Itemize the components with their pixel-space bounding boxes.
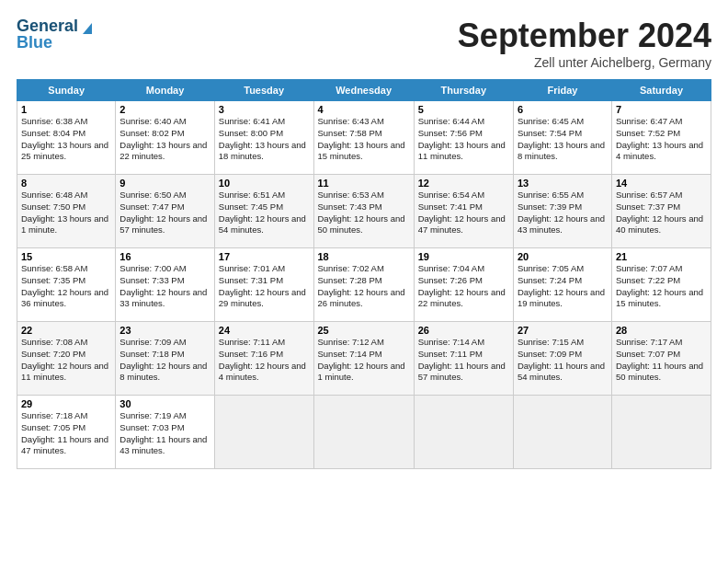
cell-info: Sunrise: 6:44 AMSunset: 7:56 PMDaylight:… xyxy=(418,116,506,161)
calendar-page: General Blue September 2024 Zell unter A… xyxy=(0,0,728,478)
calendar-cell: 19 Sunrise: 7:04 AMSunset: 7:26 PMDaylig… xyxy=(414,248,513,322)
cell-info: Sunrise: 7:05 AMSunset: 7:24 PMDaylight:… xyxy=(518,263,605,308)
calendar-cell: 1 Sunrise: 6:38 AMSunset: 8:04 PMDayligh… xyxy=(17,101,116,175)
month-title: September 2024 xyxy=(458,17,711,55)
cell-info: Sunrise: 6:54 AMSunset: 7:41 PMDaylight:… xyxy=(418,190,506,235)
cell-info: Sunrise: 6:55 AMSunset: 7:39 PMDaylight:… xyxy=(518,190,605,235)
cell-info: Sunrise: 7:09 AMSunset: 7:18 PMDaylight:… xyxy=(119,337,207,382)
cell-info: Sunrise: 7:11 AMSunset: 7:16 PMDaylight:… xyxy=(219,337,306,382)
day-number: 25 xyxy=(318,325,410,336)
cell-info: Sunrise: 6:38 AMSunset: 8:04 PMDaylight:… xyxy=(21,116,108,161)
calendar-cell: 9 Sunrise: 6:50 AMSunset: 7:47 PMDayligh… xyxy=(116,175,214,248)
cell-info: Sunrise: 6:45 AMSunset: 7:54 PMDaylight:… xyxy=(518,116,605,161)
day-number: 7 xyxy=(616,104,707,115)
calendar-cell: 26 Sunrise: 7:14 AMSunset: 7:11 PMDaylig… xyxy=(414,322,513,396)
day-number: 10 xyxy=(219,178,310,189)
calendar-cell: 30 Sunrise: 7:19 AMSunset: 7:03 PMDaylig… xyxy=(116,396,214,469)
day-header-tuesday: Tuesday xyxy=(214,80,313,101)
calendar-table: SundayMondayTuesdayWednesdayThursdayFrid… xyxy=(17,79,711,469)
calendar-cell: 4 Sunrise: 6:43 AMSunset: 7:58 PMDayligh… xyxy=(313,101,414,175)
day-number: 16 xyxy=(119,251,210,262)
day-header-friday: Friday xyxy=(513,80,611,101)
day-number: 8 xyxy=(21,178,111,189)
day-header-saturday: Saturday xyxy=(611,80,711,101)
calendar-cell: 29 Sunrise: 7:18 AMSunset: 7:05 PMDaylig… xyxy=(17,396,116,469)
day-number: 2 xyxy=(119,104,210,115)
day-number: 21 xyxy=(616,251,707,262)
calendar-header-row: SundayMondayTuesdayWednesdayThursdayFrid… xyxy=(17,80,711,101)
cell-info: Sunrise: 7:02 AMSunset: 7:28 PMDaylight:… xyxy=(318,263,405,308)
day-number: 5 xyxy=(418,104,509,115)
cell-info: Sunrise: 7:19 AMSunset: 7:03 PMDaylight:… xyxy=(119,410,207,455)
calendar-cell: 6 Sunrise: 6:45 AMSunset: 7:54 PMDayligh… xyxy=(513,101,611,175)
day-number: 24 xyxy=(219,325,310,336)
day-number: 9 xyxy=(119,178,210,189)
calendar-cell: 12 Sunrise: 6:54 AMSunset: 7:41 PMDaylig… xyxy=(414,175,513,248)
calendar-cell: 20 Sunrise: 7:05 AMSunset: 7:24 PMDaylig… xyxy=(513,248,611,322)
day-number: 4 xyxy=(318,104,410,115)
logo-blue: Blue xyxy=(17,33,96,53)
calendar-week-row: 29 Sunrise: 7:18 AMSunset: 7:05 PMDaylig… xyxy=(17,396,711,469)
cell-info: Sunrise: 7:14 AMSunset: 7:11 PMDaylight:… xyxy=(418,337,506,382)
day-header-thursday: Thursday xyxy=(414,80,513,101)
calendar-week-row: 22 Sunrise: 7:08 AMSunset: 7:20 PMDaylig… xyxy=(17,322,711,396)
day-number: 26 xyxy=(418,325,509,336)
calendar-cell xyxy=(214,396,313,469)
calendar-cell xyxy=(611,396,711,469)
day-number: 3 xyxy=(219,104,310,115)
day-number: 15 xyxy=(21,251,111,262)
calendar-cell: 7 Sunrise: 6:47 AMSunset: 7:52 PMDayligh… xyxy=(611,101,711,175)
calendar-cell: 23 Sunrise: 7:09 AMSunset: 7:18 PMDaylig… xyxy=(116,322,214,396)
day-number: 30 xyxy=(119,398,210,409)
calendar-week-row: 8 Sunrise: 6:48 AMSunset: 7:50 PMDayligh… xyxy=(17,175,711,248)
calendar-cell: 14 Sunrise: 6:57 AMSunset: 7:37 PMDaylig… xyxy=(611,175,711,248)
day-number: 20 xyxy=(518,251,608,262)
day-header-sunday: Sunday xyxy=(17,80,116,101)
cell-info: Sunrise: 6:41 AMSunset: 8:00 PMDaylight:… xyxy=(219,116,306,161)
calendar-cell xyxy=(513,396,611,469)
day-number: 11 xyxy=(318,178,410,189)
day-number: 23 xyxy=(119,325,210,336)
calendar-cell: 18 Sunrise: 7:02 AMSunset: 7:28 PMDaylig… xyxy=(313,248,414,322)
title-block: September 2024 Zell unter Aichelberg, Ge… xyxy=(458,17,711,70)
cell-info: Sunrise: 6:51 AMSunset: 7:45 PMDaylight:… xyxy=(219,190,306,235)
cell-info: Sunrise: 6:50 AMSunset: 7:47 PMDaylight:… xyxy=(119,190,207,235)
cell-info: Sunrise: 7:04 AMSunset: 7:26 PMDaylight:… xyxy=(418,263,506,308)
day-number: 27 xyxy=(518,325,608,336)
location: Zell unter Aichelberg, Germany xyxy=(458,55,711,70)
calendar-cell: 11 Sunrise: 6:53 AMSunset: 7:43 PMDaylig… xyxy=(313,175,414,248)
day-header-monday: Monday xyxy=(116,80,214,101)
header: General Blue September 2024 Zell unter A… xyxy=(17,17,711,70)
cell-info: Sunrise: 6:53 AMSunset: 7:43 PMDaylight:… xyxy=(318,190,405,235)
calendar-cell: 16 Sunrise: 7:00 AMSunset: 7:33 PMDaylig… xyxy=(116,248,214,322)
day-number: 17 xyxy=(219,251,310,262)
calendar-cell: 8 Sunrise: 6:48 AMSunset: 7:50 PMDayligh… xyxy=(17,175,116,248)
cell-info: Sunrise: 6:57 AMSunset: 7:37 PMDaylight:… xyxy=(616,190,703,235)
cell-info: Sunrise: 6:48 AMSunset: 7:50 PMDaylight:… xyxy=(21,190,108,235)
calendar-week-row: 15 Sunrise: 6:58 AMSunset: 7:35 PMDaylig… xyxy=(17,248,711,322)
day-number: 14 xyxy=(616,178,707,189)
day-number: 29 xyxy=(21,398,111,409)
day-number: 22 xyxy=(21,325,111,336)
day-number: 6 xyxy=(518,104,608,115)
calendar-cell: 25 Sunrise: 7:12 AMSunset: 7:14 PMDaylig… xyxy=(313,322,414,396)
cell-info: Sunrise: 6:58 AMSunset: 7:35 PMDaylight:… xyxy=(21,263,108,308)
day-number: 18 xyxy=(318,251,410,262)
cell-info: Sunrise: 6:47 AMSunset: 7:52 PMDaylight:… xyxy=(616,116,703,161)
logo: General Blue xyxy=(17,17,96,52)
calendar-cell: 28 Sunrise: 7:17 AMSunset: 7:07 PMDaylig… xyxy=(611,322,711,396)
cell-info: Sunrise: 7:17 AMSunset: 7:07 PMDaylight:… xyxy=(616,337,703,382)
calendar-cell: 15 Sunrise: 6:58 AMSunset: 7:35 PMDaylig… xyxy=(17,248,116,322)
calendar-cell: 2 Sunrise: 6:40 AMSunset: 8:02 PMDayligh… xyxy=(116,101,214,175)
day-number: 19 xyxy=(418,251,509,262)
cell-info: Sunrise: 7:12 AMSunset: 7:14 PMDaylight:… xyxy=(318,337,405,382)
calendar-cell: 3 Sunrise: 6:41 AMSunset: 8:00 PMDayligh… xyxy=(214,101,313,175)
day-header-wednesday: Wednesday xyxy=(313,80,414,101)
cell-info: Sunrise: 7:08 AMSunset: 7:20 PMDaylight:… xyxy=(21,337,108,382)
cell-info: Sunrise: 7:00 AMSunset: 7:33 PMDaylight:… xyxy=(119,263,207,308)
calendar-cell xyxy=(313,396,414,469)
day-number: 28 xyxy=(616,325,707,336)
calendar-cell: 27 Sunrise: 7:15 AMSunset: 7:09 PMDaylig… xyxy=(513,322,611,396)
calendar-cell: 13 Sunrise: 6:55 AMSunset: 7:39 PMDaylig… xyxy=(513,175,611,248)
cell-info: Sunrise: 6:43 AMSunset: 7:58 PMDaylight:… xyxy=(318,116,405,161)
